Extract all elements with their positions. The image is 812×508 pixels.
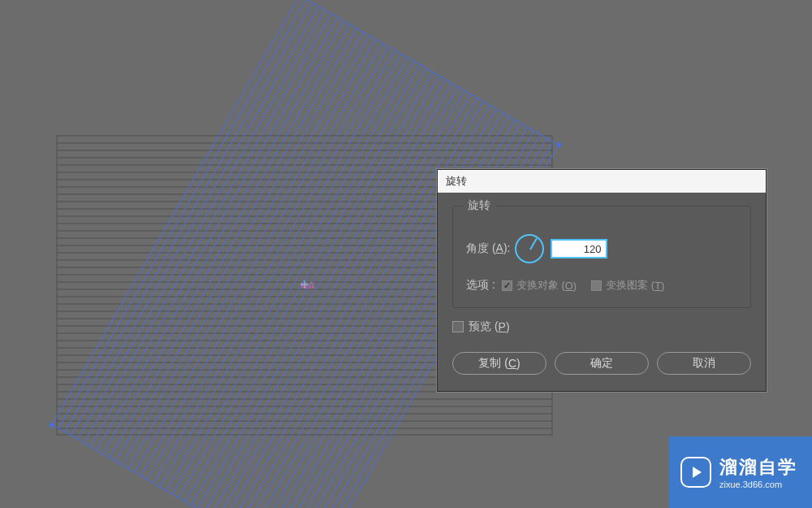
svg-line-48: [97, 21, 344, 450]
svg-line-42: [58, 0, 306, 428]
svg-line-64: [197, 80, 445, 508]
group-title: 旋转: [463, 198, 495, 213]
svg-line-52: [122, 36, 369, 465]
dialog-title[interactable]: 旋转: [438, 170, 766, 193]
cancel-button[interactable]: 取消: [657, 352, 751, 375]
svg-line-51: [115, 32, 363, 461]
play-icon: [680, 457, 711, 488]
svg-line-50: [109, 28, 356, 458]
svg-line-57: [153, 54, 401, 483]
svg-line-47: [90, 17, 338, 446]
svg-line-68: [222, 94, 470, 508]
svg-line-43: [65, 2, 313, 432]
svg-line-67: [217, 90, 464, 508]
rotate-group: 旋转 角度 (A): 选项 : 变换对象 (O) 变换图案 (T): [452, 206, 751, 308]
svg-line-46: [84, 14, 331, 443]
preview-option[interactable]: 预览 (P): [452, 319, 751, 334]
svg-line-49: [102, 24, 350, 454]
transform-pattern-option[interactable]: 变换图案 (T): [591, 278, 664, 293]
svg-line-53: [128, 39, 376, 468]
svg-line-59: [166, 61, 413, 490]
checkbox-icon[interactable]: [452, 321, 464, 332]
angle-input[interactable]: [551, 239, 607, 258]
checkbox-icon[interactable]: [591, 280, 602, 291]
svg-line-60: [172, 65, 420, 494]
rotate-dialog: 旋转 旋转 角度 (A): 选项 : 变换对象 (O) 变换图案 (T): [437, 169, 767, 392]
options-label: 选项 :: [466, 278, 495, 293]
svg-line-55: [140, 46, 388, 475]
angle-dial[interactable]: [515, 234, 544, 263]
watermark: 溜溜自学 zixue.3d66.com: [669, 436, 812, 508]
svg-line-58: [160, 58, 408, 487]
transform-object-option[interactable]: 变换对象 (O): [502, 278, 577, 293]
watermark-url: zixue.3d66.com: [719, 480, 797, 489]
svg-line-62: [185, 72, 433, 501]
svg-line-54: [134, 43, 382, 472]
ok-button[interactable]: 确定: [555, 352, 649, 375]
svg-line-56: [147, 50, 395, 480]
checkbox-checked-icon[interactable]: [502, 280, 512, 291]
svg-line-63: [191, 76, 438, 505]
svg-line-61: [179, 68, 426, 497]
svg-line-44: [71, 7, 318, 436]
copy-button[interactable]: 复制 (C): [452, 352, 546, 375]
angle-label: 角度 (A):: [466, 241, 510, 256]
svg-line-45: [77, 10, 325, 439]
watermark-title: 溜溜自学: [719, 455, 797, 480]
